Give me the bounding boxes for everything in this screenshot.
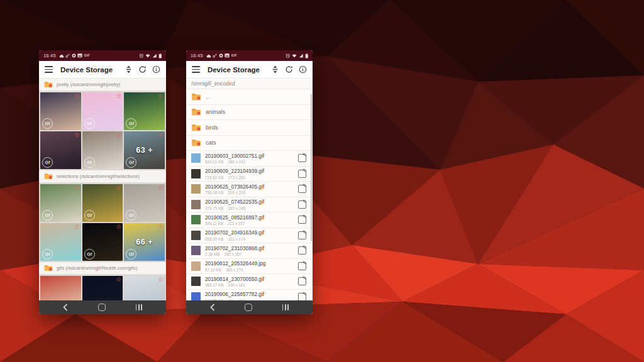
system-status-icons [286, 53, 308, 58]
gif-watermark: Gf [42, 210, 53, 221]
media-thumbnail[interactable]: ☆ Gf [82, 131, 123, 169]
key-icon [213, 53, 217, 58]
back-icon[interactable] [210, 304, 215, 311]
file-row[interactable]: 20190625_085216897.gif 999.11 KB 221 x 2… [186, 212, 313, 228]
media-thumbnail[interactable]: ☆ Gf [82, 276, 123, 300]
folder-icon [191, 124, 201, 131]
edit-icon[interactable]: ✎ [298, 246, 306, 255]
media-thumbnail[interactable]: ☆ Gf [40, 223, 81, 261]
file-size: 664.21 KB [205, 160, 223, 164]
folder-icon [44, 81, 53, 88]
folder-path-label: selections (/sdcard/omnigif/selections) [57, 173, 140, 179]
edit-icon[interactable]: ✎ [298, 216, 306, 224]
favorite-star-icon: ☆ [74, 276, 80, 283]
more-count-badge: 66 + [124, 223, 165, 261]
gif-watermark: Gf [126, 210, 136, 221]
sort-icon[interactable] [125, 65, 133, 74]
gif-watermark: Gf [42, 249, 53, 260]
folder-path-label: pretty (/sdcard/omnigif/pretty) [57, 82, 120, 87]
folder-section-header[interactable]: pretty (/sdcard/omnigif/pretty) [39, 79, 166, 91]
file-size: 965.17 KB [205, 283, 223, 287]
alarm-icon [286, 53, 291, 58]
file-dimensions: 285 x 357 [224, 252, 242, 256]
media-thumbnail[interactable]: ☆ Gf [124, 92, 165, 130]
favorite-star-icon: ☆ [116, 131, 121, 138]
folder-section-header[interactable]: selections (/sdcard/omnigif/selections) [39, 170, 166, 183]
media-thumbnail[interactable]: ☆ Gf [40, 184, 81, 222]
app-notification-icon [219, 53, 223, 58]
file-row[interactable]: 20190603_190002751.gif 664.21 KB 360 x 2… [186, 151, 313, 167]
file-row[interactable]: 20190702_231030868.gif 2.38 MB 285 x 357… [186, 243, 313, 259]
file-row[interactable]: 20190625_074522535.gif 979.75 KB 180 x 2… [186, 197, 313, 213]
media-thumbnail[interactable]: ☆ Gf [124, 184, 165, 222]
status-time: 16:45 [43, 53, 56, 58]
edit-icon[interactable]: ✎ [298, 231, 306, 239]
edit-icon[interactable]: ✎ [298, 262, 306, 270]
edit-icon[interactable]: ✎ [298, 293, 306, 300]
file-row[interactable]: 20190906_225857782.gif 847.55 KB 300 x 2… [186, 290, 313, 301]
sort-icon[interactable] [271, 65, 279, 74]
scrollbar[interactable] [311, 94, 313, 241]
folder-row[interactable]: .. [186, 89, 313, 105]
file-row[interactable]: 20190609_223104939.gif 715.60 KB 173 x 2… [186, 167, 313, 182]
recents-icon[interactable] [136, 304, 142, 310]
media-thumbnail[interactable]: ☆ Gf 63 + [124, 131, 165, 169]
app-title: Device Storage [60, 66, 113, 74]
status-bar: 16:45 GIF [186, 50, 313, 61]
edit-icon[interactable]: ✎ [298, 154, 306, 162]
media-thumbnail[interactable]: ☆ Gf [40, 131, 81, 169]
more-count-badge: 63 + [124, 131, 165, 169]
sync-icon[interactable] [285, 65, 293, 74]
navigation-bar [39, 300, 166, 314]
edit-icon[interactable]: ✎ [298, 170, 306, 178]
file-row[interactable]: 20190625_073826405.gif 756.08 KB 200 x 2… [186, 182, 313, 197]
media-thumbnail[interactable]: ☆ Gf 66 + [124, 223, 165, 261]
file-row[interactable]: 20190814_230700550.gif 965.17 KB 200 x 1… [186, 274, 313, 290]
file-row[interactable]: 20190812_205326449.jpg 57.10 KB 360 x 27… [186, 259, 313, 275]
file-name: 20190906_225857782.gif [205, 291, 294, 297]
key-icon [65, 53, 70, 58]
status-time: 16:45 [191, 53, 203, 58]
folder-row[interactable]: birds [186, 120, 313, 136]
file-name: 20190814_230700550.gif [205, 276, 294, 282]
folder-icon [191, 93, 201, 101]
app-title: Device Storage [208, 66, 260, 74]
media-thumbnail[interactable]: ☆ Gf [82, 92, 123, 130]
file-explorer-content: /omnigif/_encoded .. animals birds [186, 79, 313, 300]
favorite-star-icon: ☆ [74, 184, 80, 191]
menu-icon[interactable] [192, 66, 200, 72]
folder-row[interactable]: cats [186, 136, 313, 151]
edit-icon[interactable]: ✎ [298, 185, 306, 193]
file-size: 715.60 KB [205, 175, 223, 180]
folder-path-label: gifs (/sdcard/omnigif/Reddit.com/gifs) [57, 265, 137, 271]
favorite-star-icon: ☆ [158, 92, 164, 99]
file-thumbnail [191, 292, 201, 300]
file-size: 756.08 KB [205, 190, 223, 195]
edit-icon[interactable]: ✎ [298, 277, 306, 285]
media-thumbnail[interactable]: ☆ Gf [40, 92, 81, 130]
file-row[interactable]: 20190702_204916349.gif 858.89 KB 301 x 1… [186, 228, 313, 244]
media-thumbnail[interactable]: ☆ Gf [82, 184, 123, 222]
home-icon[interactable] [98, 304, 106, 311]
edit-icon[interactable]: ✎ [298, 200, 306, 209]
media-grid: ☆ Gf ☆ Gf ☆ Gf ☆ Gf ☆ Gf ☆ Gf 63 + [39, 91, 166, 170]
menu-icon[interactable] [45, 66, 53, 72]
home-icon[interactable] [245, 304, 252, 311]
folder-section-header[interactable]: gifs (/sdcard/omnigif/Reddit.com/gifs) [39, 262, 166, 275]
back-icon[interactable] [63, 304, 68, 311]
info-icon[interactable] [152, 65, 160, 74]
current-path: /omnigif/_encoded [186, 79, 313, 89]
recents-icon[interactable] [282, 304, 289, 310]
media-grid: ☆ Gf ☆ Gf ☆ Gf [39, 275, 166, 300]
media-thumbnail[interactable]: ☆ Gf [40, 276, 81, 300]
favorite-star-icon: ☆ [116, 276, 121, 283]
info-icon[interactable] [299, 65, 307, 74]
media-thumbnail[interactable]: ☆ Gf [82, 223, 123, 261]
media-thumbnail[interactable]: ☆ Gf [124, 276, 165, 300]
favorite-star-icon: ☆ [74, 92, 80, 99]
folder-name: .. [206, 94, 209, 100]
gif-watermark: Gf [126, 118, 136, 129]
navigation-bar [186, 300, 313, 314]
sync-icon[interactable] [138, 65, 147, 74]
folder-row[interactable]: animals [186, 105, 313, 121]
